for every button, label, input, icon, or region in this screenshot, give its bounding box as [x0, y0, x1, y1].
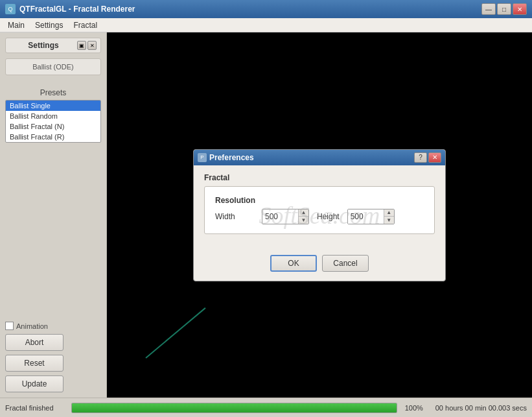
dialog-icon: P [198, 153, 207, 162]
title-bar-left: Q QTFractalGL - Fractal Renderer [5, 4, 135, 14]
settings-section-header: Settings ▣ ✕ [5, 38, 101, 53]
time-text: 00 hours 00 min 00.003 secs [435, 404, 527, 412]
canvas-area: P Preferences ? ✕ Fractal Resolution [107, 32, 532, 398]
dialog-body: Fractal Resolution Width ▲ ▼ [194, 165, 445, 250]
dialog-close-button[interactable]: ✕ [428, 152, 441, 163]
dialog-title-text: Preferences [209, 153, 254, 162]
minimize-button[interactable]: — [481, 3, 496, 15]
dialog-title-controls: ? ✕ [414, 152, 441, 163]
menu-settings[interactable]: Settings [30, 19, 68, 31]
app-icon: Q [5, 4, 16, 14]
close-button[interactable]: ✕ [513, 3, 527, 15]
menu-main[interactable]: Main [3, 19, 30, 31]
menu-bar: Main Settings Fractal [0, 18, 532, 32]
presets-label: Presets [5, 88, 101, 97]
menu-fractal[interactable]: Fractal [68, 19, 102, 31]
status-text: Fractal finished [5, 404, 64, 412]
progress-pct: 100% [405, 404, 428, 412]
update-button[interactable]: Update [5, 375, 64, 392]
preset-item-0[interactable]: Ballist Single [6, 101, 100, 111]
dialog-cancel-button[interactable]: Cancel [322, 255, 369, 272]
preset-item-2[interactable]: Ballist Fractal (N) [6, 121, 100, 132]
height-spinner-buttons: ▲ ▼ [384, 209, 394, 224]
dialog-help-button[interactable]: ? [414, 152, 427, 163]
reset-button[interactable]: Reset [5, 355, 64, 372]
main-content: Settings ▣ ✕ Ballist (ODE) Presets Balli… [0, 32, 532, 398]
width-spinner[interactable]: ▲ ▼ [262, 209, 309, 224]
dialog-tab-area: Resolution Width ▲ ▼ Height [204, 186, 435, 234]
progress-container [71, 403, 397, 413]
height-input[interactable] [348, 209, 384, 224]
abort-button[interactable]: Abort [5, 334, 64, 351]
settings-value: Ballist (ODE) [32, 63, 74, 71]
settings-close-button[interactable]: ✕ [87, 41, 97, 50]
dialog-ok-button[interactable]: OK [270, 255, 317, 272]
dialog-titlebar: P Preferences ? ✕ [194, 150, 445, 165]
settings-value-box: Ballist (ODE) [5, 58, 101, 75]
height-spinner[interactable]: ▲ ▼ [347, 209, 395, 224]
window-title: QTFractalGL - Fractal Renderer [19, 5, 135, 14]
dialog-title-left: P Preferences [198, 153, 254, 162]
settings-header-controls: ▣ ✕ [77, 41, 97, 50]
height-spinner-up[interactable]: ▲ [384, 209, 394, 217]
left-panel: Settings ▣ ✕ Ballist (ODE) Presets Balli… [0, 32, 107, 398]
presets-list: Ballist Single Ballist Random Ballist Fr… [5, 100, 101, 143]
progress-bar [72, 403, 397, 412]
width-input[interactable] [262, 209, 298, 224]
modal-overlay: P Preferences ? ✕ Fractal Resolution [107, 32, 532, 398]
dialog-resolution-label: Resolution [215, 196, 424, 205]
width-label: Width [215, 212, 254, 221]
resolution-row: Width ▲ ▼ Height [215, 209, 424, 224]
title-bar: Q QTFractalGL - Fractal Renderer — □ ✕ [0, 0, 532, 18]
dialog-fractal-label: Fractal [204, 173, 435, 182]
preferences-dialog: P Preferences ? ✕ Fractal Resolution [193, 149, 446, 281]
title-bar-controls: — □ ✕ [481, 3, 527, 15]
preset-item-1[interactable]: Ballist Random [6, 111, 100, 121]
preset-item-3[interactable]: Ballist Fractal (R) [6, 132, 100, 142]
bottom-controls: Animation Abort Reset Update [0, 316, 106, 398]
dialog-footer: OK Cancel [194, 250, 445, 281]
settings-title: Settings [10, 41, 77, 50]
status-bar: Fractal finished 100% 00 hours 00 min 00… [0, 398, 532, 417]
maximize-button[interactable]: □ [497, 3, 511, 15]
settings-restore-button[interactable]: ▣ [77, 41, 86, 50]
animation-checkbox[interactable] [5, 322, 14, 330]
width-spinner-up[interactable]: ▲ [299, 209, 308, 217]
width-spinner-down[interactable]: ▼ [299, 217, 308, 224]
animation-checkbox-group: Animation [5, 322, 48, 330]
height-spinner-down[interactable]: ▼ [384, 217, 394, 224]
height-label: Height [317, 212, 340, 221]
animation-label: Animation [16, 322, 48, 330]
width-spinner-buttons: ▲ ▼ [298, 209, 308, 224]
